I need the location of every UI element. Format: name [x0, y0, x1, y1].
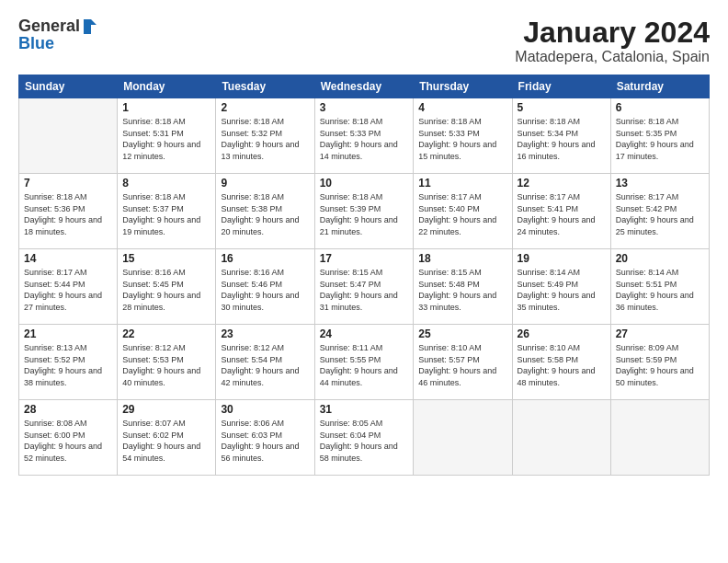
- day-info: Sunrise: 8:17 AMSunset: 5:41 PMDaylight:…: [518, 191, 606, 237]
- calendar-week-row: 14Sunrise: 8:17 AMSunset: 5:44 PMDayligh…: [19, 249, 710, 325]
- day-info: Sunrise: 8:18 AMSunset: 5:37 PMDaylight:…: [122, 191, 210, 237]
- day-number: 29: [122, 403, 210, 416]
- logo-flag-icon: [82, 19, 97, 34]
- day-number: 19: [518, 252, 606, 265]
- day-number: 18: [418, 252, 506, 265]
- day-info: Sunrise: 8:18 AMSunset: 5:33 PMDaylight:…: [418, 116, 506, 162]
- table-row: 28Sunrise: 8:08 AMSunset: 6:00 PMDayligh…: [19, 400, 118, 476]
- table-row: 14Sunrise: 8:17 AMSunset: 5:44 PMDayligh…: [19, 249, 118, 325]
- table-row: 21Sunrise: 8:13 AMSunset: 5:52 PMDayligh…: [19, 325, 118, 400]
- day-info: Sunrise: 8:18 AMSunset: 5:31 PMDaylight:…: [122, 116, 210, 162]
- table-row: 31Sunrise: 8:05 AMSunset: 6:04 PMDayligh…: [314, 400, 414, 476]
- day-info: Sunrise: 8:14 AMSunset: 5:51 PMDaylight:…: [616, 267, 704, 313]
- day-info: Sunrise: 8:07 AMSunset: 6:02 PMDaylight:…: [122, 418, 210, 464]
- col-sunday: Sunday: [19, 75, 118, 98]
- day-info: Sunrise: 8:17 AMSunset: 5:42 PMDaylight:…: [616, 191, 704, 237]
- col-thursday: Thursday: [414, 75, 512, 98]
- table-row: 22Sunrise: 8:12 AMSunset: 5:53 PMDayligh…: [118, 325, 216, 400]
- day-info: Sunrise: 8:17 AMSunset: 5:40 PMDaylight:…: [418, 191, 506, 237]
- table-row: 23Sunrise: 8:12 AMSunset: 5:54 PMDayligh…: [216, 325, 314, 400]
- col-tuesday: Tuesday: [216, 75, 314, 98]
- day-info: Sunrise: 8:18 AMSunset: 5:35 PMDaylight:…: [616, 116, 704, 162]
- calendar-table: Sunday Monday Tuesday Wednesday Thursday…: [18, 75, 710, 476]
- day-info: Sunrise: 8:13 AMSunset: 5:52 PMDaylight:…: [24, 342, 112, 388]
- day-number: 11: [418, 177, 506, 190]
- svg-marker-0: [84, 19, 97, 34]
- table-row: 26Sunrise: 8:10 AMSunset: 5:58 PMDayligh…: [512, 325, 610, 400]
- day-number: 8: [122, 177, 210, 190]
- logo-blue-text: Blue: [18, 34, 97, 53]
- day-number: 21: [24, 327, 112, 340]
- day-info: Sunrise: 8:16 AMSunset: 5:45 PMDaylight:…: [122, 267, 210, 313]
- day-number: 9: [221, 177, 309, 190]
- logo: General Blue: [18, 17, 97, 53]
- table-row: 9Sunrise: 8:18 AMSunset: 5:38 PMDaylight…: [216, 174, 314, 249]
- calendar-week-row: 1Sunrise: 8:18 AMSunset: 5:31 PMDaylight…: [19, 98, 710, 174]
- table-row: 19Sunrise: 8:14 AMSunset: 5:49 PMDayligh…: [512, 249, 610, 325]
- day-number: 27: [616, 327, 704, 340]
- day-number: 16: [221, 252, 309, 265]
- table-row: 12Sunrise: 8:17 AMSunset: 5:41 PMDayligh…: [512, 174, 610, 249]
- header: General Blue January 2024 Matadepera, Ca…: [18, 17, 710, 65]
- day-number: 7: [24, 177, 112, 190]
- day-number: 20: [616, 252, 704, 265]
- day-number: 31: [320, 403, 409, 416]
- table-row: 4Sunrise: 8:18 AMSunset: 5:33 PMDaylight…: [414, 98, 512, 174]
- table-row: 8Sunrise: 8:18 AMSunset: 5:37 PMDaylight…: [118, 174, 216, 249]
- table-row: 6Sunrise: 8:18 AMSunset: 5:35 PMDaylight…: [610, 98, 709, 174]
- table-row: [414, 400, 512, 476]
- day-info: Sunrise: 8:08 AMSunset: 6:00 PMDaylight:…: [24, 418, 112, 464]
- subtitle: Matadepera, Catalonia, Spain: [515, 49, 710, 65]
- col-wednesday: Wednesday: [314, 75, 414, 98]
- table-row: 10Sunrise: 8:18 AMSunset: 5:39 PMDayligh…: [314, 174, 414, 249]
- table-row: 25Sunrise: 8:10 AMSunset: 5:57 PMDayligh…: [414, 325, 512, 400]
- table-row: 11Sunrise: 8:17 AMSunset: 5:40 PMDayligh…: [414, 174, 512, 249]
- day-info: Sunrise: 8:18 AMSunset: 5:39 PMDaylight:…: [320, 191, 409, 237]
- day-info: Sunrise: 8:18 AMSunset: 5:38 PMDaylight:…: [221, 191, 309, 237]
- day-info: Sunrise: 8:06 AMSunset: 6:03 PMDaylight:…: [221, 418, 309, 464]
- col-friday: Friday: [512, 75, 610, 98]
- day-number: 12: [518, 177, 606, 190]
- day-number: 4: [418, 101, 506, 114]
- day-info: Sunrise: 8:15 AMSunset: 5:48 PMDaylight:…: [418, 267, 506, 313]
- day-info: Sunrise: 8:09 AMSunset: 5:59 PMDaylight:…: [616, 342, 704, 388]
- day-info: Sunrise: 8:18 AMSunset: 5:36 PMDaylight:…: [24, 191, 112, 237]
- table-row: 5Sunrise: 8:18 AMSunset: 5:34 PMDaylight…: [512, 98, 610, 174]
- table-row: [19, 98, 118, 174]
- table-row: [512, 400, 610, 476]
- table-row: 15Sunrise: 8:16 AMSunset: 5:45 PMDayligh…: [118, 249, 216, 325]
- day-info: Sunrise: 8:11 AMSunset: 5:55 PMDaylight:…: [320, 342, 409, 388]
- calendar-week-row: 21Sunrise: 8:13 AMSunset: 5:52 PMDayligh…: [19, 325, 710, 400]
- day-number: 22: [122, 327, 210, 340]
- day-info: Sunrise: 8:15 AMSunset: 5:47 PMDaylight:…: [320, 267, 409, 313]
- day-info: Sunrise: 8:12 AMSunset: 5:53 PMDaylight:…: [122, 342, 210, 388]
- table-row: 30Sunrise: 8:06 AMSunset: 6:03 PMDayligh…: [216, 400, 314, 476]
- day-number: 2: [221, 101, 309, 114]
- day-number: 10: [320, 177, 409, 190]
- col-saturday: Saturday: [610, 75, 709, 98]
- calendar-week-row: 28Sunrise: 8:08 AMSunset: 6:00 PMDayligh…: [19, 400, 710, 476]
- day-number: 17: [320, 252, 409, 265]
- day-number: 13: [616, 177, 704, 190]
- day-number: 25: [418, 327, 506, 340]
- day-info: Sunrise: 8:18 AMSunset: 5:33 PMDaylight:…: [320, 116, 409, 162]
- table-row: 20Sunrise: 8:14 AMSunset: 5:51 PMDayligh…: [610, 249, 709, 325]
- day-number: 24: [320, 327, 409, 340]
- table-row: 24Sunrise: 8:11 AMSunset: 5:55 PMDayligh…: [314, 325, 414, 400]
- table-row: 18Sunrise: 8:15 AMSunset: 5:48 PMDayligh…: [414, 249, 512, 325]
- day-info: Sunrise: 8:18 AMSunset: 5:32 PMDaylight:…: [221, 116, 309, 162]
- day-info: Sunrise: 8:17 AMSunset: 5:44 PMDaylight:…: [24, 267, 112, 313]
- table-row: 29Sunrise: 8:07 AMSunset: 6:02 PMDayligh…: [118, 400, 216, 476]
- day-info: Sunrise: 8:05 AMSunset: 6:04 PMDaylight:…: [320, 418, 409, 464]
- col-monday: Monday: [118, 75, 216, 98]
- day-number: 26: [518, 327, 606, 340]
- day-info: Sunrise: 8:10 AMSunset: 5:57 PMDaylight:…: [418, 342, 506, 388]
- day-info: Sunrise: 8:16 AMSunset: 5:46 PMDaylight:…: [221, 267, 309, 313]
- day-number: 14: [24, 252, 112, 265]
- table-row: 16Sunrise: 8:16 AMSunset: 5:46 PMDayligh…: [216, 249, 314, 325]
- table-row: 13Sunrise: 8:17 AMSunset: 5:42 PMDayligh…: [610, 174, 709, 249]
- title-block: January 2024 Matadepera, Catalonia, Spai…: [515, 17, 710, 65]
- day-info: Sunrise: 8:12 AMSunset: 5:54 PMDaylight:…: [221, 342, 309, 388]
- table-row: 3Sunrise: 8:18 AMSunset: 5:33 PMDaylight…: [314, 98, 414, 174]
- table-row: 7Sunrise: 8:18 AMSunset: 5:36 PMDaylight…: [19, 174, 118, 249]
